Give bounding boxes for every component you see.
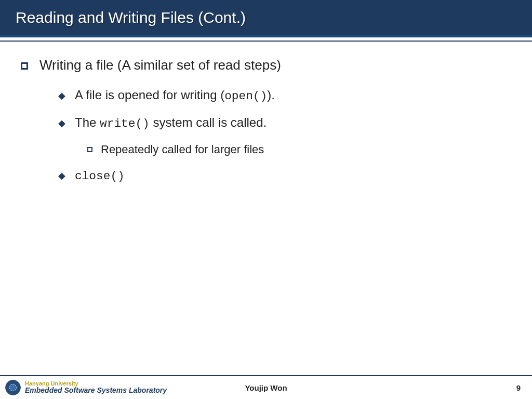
- footer-org-line2: Embedded Software Systems Laboratory: [25, 387, 167, 394]
- university-seal-icon: [5, 380, 21, 395]
- slide-footer: Hanyang University Embedded Software Sys…: [0, 375, 532, 399]
- text-fragment: The: [75, 115, 100, 129]
- level2-group: ◆ A file is opened for writing (open()).…: [58, 88, 516, 183]
- diamond-bullet-icon: ◆: [58, 117, 65, 129]
- slide-title: Reading and Writing Files (Cont.): [16, 9, 246, 26]
- level3-group: Repeatedly called for larger files: [87, 143, 516, 156]
- code-close: close(): [75, 169, 125, 183]
- code-write: write(): [100, 117, 150, 130]
- bullet-level1-text: Writing a file (A similar set of read st…: [39, 57, 281, 73]
- footer-logo-block: Hanyang University Embedded Software Sys…: [5, 380, 167, 395]
- bullet-level3-text: Repeatedly called for larger files: [101, 143, 264, 156]
- bullet-level2-text: A file is opened for writing (open()).: [75, 88, 275, 103]
- slide-body: Writing a file (A similar set of read st…: [0, 42, 532, 375]
- bullet-level2: ◆ The write() system call is called.: [58, 115, 516, 130]
- bullet-level2: ◆ close(): [58, 168, 516, 183]
- text-fragment: A file is opened for writing (: [75, 88, 224, 102]
- diamond-bullet-icon: ◆: [58, 90, 65, 101]
- bullet-level1: Writing a file (A similar set of read st…: [21, 57, 516, 73]
- footer-lab-text: Hanyang University Embedded Software Sys…: [25, 381, 167, 394]
- bullet-level2-text: close(): [75, 168, 125, 183]
- bullet-level2: ◆ A file is opened for writing (open()).: [58, 88, 516, 103]
- slide-title-bar: Reading and Writing Files (Cont.): [0, 0, 532, 37]
- footer-page-number: 9: [516, 383, 521, 392]
- small-square-bullet-icon: [87, 147, 92, 152]
- bullet-level3: Repeatedly called for larger files: [87, 143, 516, 156]
- diamond-bullet-icon: ◆: [58, 170, 65, 181]
- text-fragment: system call is called.: [150, 115, 267, 129]
- square-bullet-icon: [21, 62, 28, 70]
- code-open: open(): [224, 89, 267, 103]
- footer-author: Youjip Won: [245, 383, 287, 392]
- slide: Reading and Writing Files (Cont.) Writin…: [0, 0, 532, 399]
- bullet-level2-text: The write() system call is called.: [75, 115, 267, 130]
- text-fragment: ).: [267, 88, 275, 102]
